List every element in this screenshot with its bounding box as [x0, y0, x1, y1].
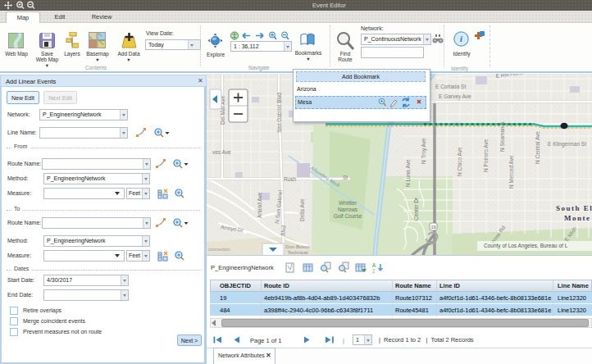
svg-text:N Potrero Ave: N Potrero Ave — [483, 139, 489, 172]
svg-text:St: St — [343, 175, 348, 180]
svg-text:19: 19 — [430, 225, 435, 230]
svg-text:Don Bosco: Don Bosco — [285, 244, 310, 249]
svg-text:N Seaman A: N Seaman A — [499, 121, 505, 152]
svg-text:A: A — [372, 262, 376, 268]
svg-text:Blvd: Blvd — [280, 225, 286, 236]
svg-text:Technical: Technical — [287, 250, 307, 255]
svg-text:E Garvey Ave: E Garvey Ave — [439, 93, 471, 100]
svg-text:i: i — [460, 34, 462, 43]
svg-text:N Chico Ave: N Chico Ave — [457, 147, 462, 176]
svg-text:Center Dr: Center Dr — [413, 197, 419, 221]
svg-text:San Gabriel Blvd: San Gabriel Blvd — [276, 93, 282, 133]
svg-text:Arland Ave: Arland Ave — [257, 192, 262, 218]
svg-text:N Central Ave: N Central Ave — [535, 131, 540, 164]
svg-text:N Troy Ave: N Troy Ave — [421, 138, 427, 164]
svg-text:Monte: Monte — [564, 214, 591, 222]
svg-text:County of Los Angeles, Bureau: County of Los Angeles, Bureau of L — [484, 243, 568, 249]
svg-text:Rush: Rush — [284, 176, 297, 182]
svg-text:Page 1 of 1: Page 1 of 1 — [250, 337, 281, 344]
svg-text:Delta Ave: Delta Ave — [299, 198, 305, 221]
svg-text:Golf Course: Golf Course — [334, 213, 362, 219]
svg-text:E Klingerman St: E Klingerman St — [548, 141, 586, 148]
svg-text:E Cortada St: E Cortada St — [435, 84, 466, 89]
svg-text:N Luna Ave: N Luna Ave — [405, 159, 411, 187]
svg-text:South El: South El — [556, 204, 592, 212]
svg-text:2: 2 — [372, 268, 376, 274]
svg-text:N Merced Ave: N Merced Ave — [508, 155, 514, 189]
svg-text:ves Ave: ves Ave — [212, 149, 231, 155]
svg-text:connection: connection — [208, 247, 230, 252]
svg-text:Narrows: Narrows — [338, 207, 358, 212]
svg-text:Whittier: Whittier — [339, 200, 357, 206]
svg-text:|: | — [343, 337, 344, 344]
